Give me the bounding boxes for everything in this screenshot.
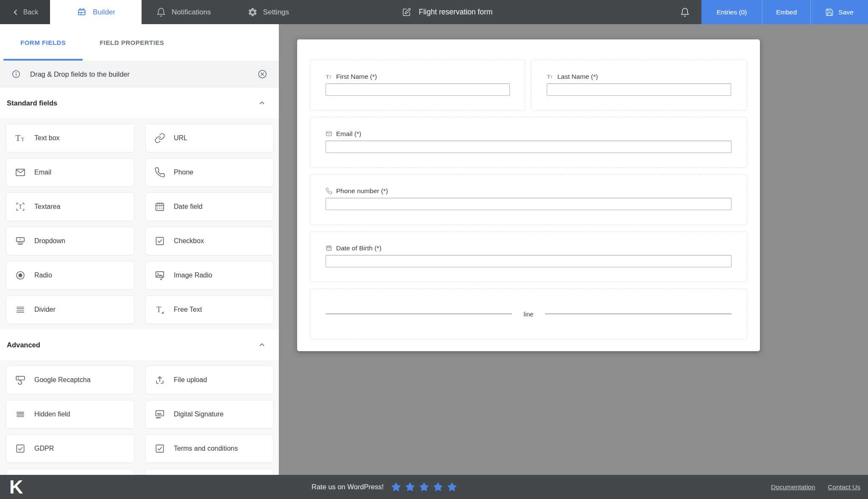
date-icon <box>326 245 332 252</box>
star-icon <box>433 482 443 492</box>
back-button[interactable]: Back <box>0 0 50 24</box>
field-type-divider[interactable]: Divider <box>6 295 134 324</box>
hint-text: Drag & Drop fields to the builder <box>30 70 248 78</box>
field-grid: TT Text box URL Email Phone T Textarea D… <box>0 118 279 330</box>
form-field-first-name[interactable]: TT First Name (*) <box>310 60 526 111</box>
kali-forms-logo: K <box>9 477 23 496</box>
form-field-phone-number[interactable]: Phone number (*) <box>310 174 747 225</box>
checkbox-icon <box>15 443 26 454</box>
field-type-file-upload[interactable]: File upload <box>145 366 274 394</box>
star-icon <box>405 482 415 492</box>
field-label-row: Date of Birth (*) <box>326 244 732 252</box>
form-field-last-name[interactable]: TT Last Name (*) <box>531 60 747 111</box>
footer: K Rate us on WordPress! DocumentationCon… <box>0 475 868 499</box>
svg-text:T: T <box>19 204 22 210</box>
svg-text:T: T <box>15 133 21 143</box>
field-type-checkbox[interactable]: Checkbox <box>145 227 274 255</box>
tab-notifications[interactable]: Notifications <box>142 0 233 24</box>
field-type-text-box[interactable]: TT Text box <box>6 124 134 152</box>
field-type-terms-and-conditions[interactable]: Terms and conditions <box>145 434 274 463</box>
footer-links: DocumentationContact Us <box>771 483 868 491</box>
radio-icon <box>15 270 26 281</box>
divider-label: line <box>523 310 533 318</box>
divider-icon <box>15 304 26 315</box>
edit-icon[interactable] <box>402 7 412 17</box>
entries-button[interactable]: Entries (0) <box>701 0 762 24</box>
field-type-google-recaptcha[interactable]: I Google Recaptcha <box>6 366 134 394</box>
field-label: Date of Birth (*) <box>336 244 381 252</box>
field-input-first-name[interactable] <box>326 83 510 96</box>
dropdown-icon <box>15 236 26 247</box>
sidebar: FORM FIELDSFIELD PROPERTIES Drag & Drop … <box>0 24 279 499</box>
checkbox-icon <box>154 443 165 454</box>
rate-us-link[interactable]: Rate us on WordPress! <box>312 475 457 499</box>
field-type-label: Radio <box>34 272 52 279</box>
star-icon <box>419 482 429 492</box>
field-type-label: File upload <box>174 376 207 384</box>
sidebar-sections: Standard fields TT Text box URL Email Ph… <box>0 88 279 499</box>
section-standard-fields: Standard fields TT Text box URL Email Ph… <box>0 88 279 330</box>
star-icon <box>447 482 457 492</box>
field-type-dropdown[interactable]: Dropdown <box>6 227 134 255</box>
svg-text:T: T <box>326 74 329 80</box>
phone-icon <box>326 188 332 194</box>
section-header-standard-fields[interactable]: Standard fields <box>0 88 279 118</box>
field-type-phone[interactable]: Phone <box>145 158 274 187</box>
field-type-radio[interactable]: Radio <box>6 261 134 290</box>
form-panel: TT First Name (*) TT Last Name (*) Email… <box>297 39 760 351</box>
chevron-left-icon <box>12 8 19 16</box>
sidebar-tab-form-fields[interactable]: FORM FIELDS <box>3 24 83 61</box>
field-input-phone-number[interactable] <box>326 198 732 210</box>
field-type-image-radio[interactable]: Image Radio <box>145 261 274 290</box>
field-type-label: Image Radio <box>174 272 212 279</box>
tab-builder[interactable]: Builder <box>50 0 142 24</box>
sidebar-tab-field-properties[interactable]: FIELD PROPERTIES <box>83 24 181 61</box>
form-field-date-of-birth[interactable]: Date of Birth (*) <box>310 231 747 282</box>
field-input-date-of-birth[interactable] <box>326 255 732 267</box>
field-type-free-text[interactable]: T Free Text <box>145 295 274 324</box>
text-icon: TT <box>326 73 332 80</box>
field-type-hidden-field[interactable]: Hidden field <box>6 400 134 429</box>
phone-icon <box>154 167 165 178</box>
field-input-last-name[interactable] <box>547 83 731 96</box>
notification-bell-icon[interactable] <box>680 0 690 24</box>
rate-us-text: Rate us on WordPress! <box>312 483 384 491</box>
field-label: Email (*) <box>336 130 361 138</box>
field-type-label: URL <box>174 134 187 142</box>
bell-icon <box>156 7 166 17</box>
field-type-digital-signature[interactable]: Digital Signature <box>145 400 274 429</box>
section-advanced: Advanced I Google Recaptcha File upload … <box>0 330 279 499</box>
form-fields-area: TT First Name (*) TT Last Name (*) Email… <box>310 60 747 339</box>
form-field-divider[interactable]: line <box>310 288 747 339</box>
field-type-label: Dropdown <box>34 237 65 245</box>
recaptcha-icon: I <box>15 374 26 385</box>
upload-icon <box>154 374 165 385</box>
hidden-icon <box>15 409 26 420</box>
field-type-textarea[interactable]: T Textarea <box>6 192 134 221</box>
footer-link-documentation[interactable]: Documentation <box>771 483 815 491</box>
section-title: Standard fields <box>7 99 57 107</box>
field-type-email[interactable]: Email <box>6 158 134 187</box>
footer-link-contact-us[interactable]: Contact Us <box>828 483 860 491</box>
field-input-email[interactable] <box>326 141 732 153</box>
chevron-up-icon <box>258 341 266 349</box>
divider-line <box>545 313 732 314</box>
save-button[interactable]: Save <box>810 0 868 24</box>
field-type-gdpr[interactable]: GDPR <box>6 434 134 463</box>
field-type-label: Text box <box>34 134 60 142</box>
form-title-group: Flight reservation form <box>402 0 492 24</box>
field-type-label: Phone <box>174 169 193 176</box>
tab-settings[interactable]: Settings <box>233 0 311 24</box>
field-type-label: Terms and conditions <box>174 445 238 452</box>
field-type-url[interactable]: URL <box>145 124 274 152</box>
embed-button[interactable]: Embed <box>762 0 810 24</box>
section-header-advanced[interactable]: Advanced <box>0 330 279 360</box>
form-field-email[interactable]: Email (*) <box>310 117 747 168</box>
field-label: First Name (*) <box>336 73 377 80</box>
field-label-row: TT First Name (*) <box>326 73 510 80</box>
close-icon[interactable] <box>257 69 267 79</box>
star-icon <box>391 482 401 492</box>
section-title: Advanced <box>7 341 40 349</box>
svg-text:T: T <box>21 136 25 142</box>
field-type-date-field[interactable]: Date field <box>145 192 274 221</box>
